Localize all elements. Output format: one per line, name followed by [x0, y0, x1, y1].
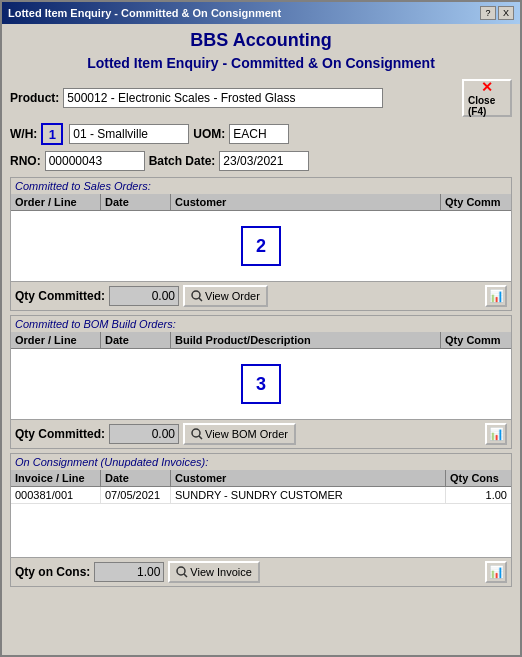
- product-field[interactable]: [63, 88, 383, 108]
- help-button[interactable]: ?: [480, 6, 496, 20]
- uom-label: UOM:: [193, 127, 225, 141]
- cons-col4-header: Qty Cons: [446, 470, 511, 486]
- export-icon: 📊: [489, 289, 504, 303]
- cons-customer: SUNDRY - SUNDRY CUSTOMER: [171, 487, 446, 503]
- cons-col1-header: Invoice / Line: [11, 470, 101, 486]
- close-button[interactable]: ✕ Close (F4): [462, 79, 512, 117]
- cons-col2-header: Date: [101, 470, 171, 486]
- batch-label: Batch Date:: [149, 154, 216, 168]
- product-label: Product:: [10, 91, 59, 105]
- main-window: Lotted Item Enquiry - Committed & On Con…: [0, 0, 522, 657]
- cons-table-body: 000381/001 07/05/2021 SUNDRY - SUNDRY CU…: [11, 487, 511, 557]
- view-bom-label: View BOM Order: [205, 428, 288, 440]
- rno-row: RNO: Batch Date:: [10, 151, 512, 171]
- wh-label: W/H:: [10, 127, 37, 141]
- bom-qty-field: [109, 424, 179, 444]
- view-invoice-label: View Invoice: [190, 566, 252, 578]
- title-bar-buttons: ? X: [480, 6, 514, 20]
- cons-section: On Consignment (Unupdated Invoices): Inv…: [10, 453, 512, 587]
- svg-point-4: [177, 567, 185, 575]
- bom-qty-label: Qty Committed:: [15, 427, 105, 441]
- app-subtitle: Lotted Item Enquiry - Committed & On Con…: [10, 55, 512, 71]
- uom-field[interactable]: [229, 124, 289, 144]
- search-icon: [191, 290, 203, 302]
- cons-rows-container: 000381/001 07/05/2021 SUNDRY - SUNDRY CU…: [11, 487, 511, 504]
- table-row: 000381/001 07/05/2021 SUNDRY - SUNDRY CU…: [11, 487, 511, 504]
- cons-search-icon: [176, 566, 188, 578]
- sales-export-button[interactable]: 📊: [485, 285, 507, 307]
- bom-col2-header: Date: [101, 332, 171, 348]
- sales-footer: Qty Committed: View Order 📊: [11, 281, 511, 310]
- cons-qty: 1.00: [446, 487, 511, 503]
- svg-line-3: [199, 436, 202, 439]
- view-invoice-button[interactable]: View Invoice: [168, 561, 260, 583]
- sales-table-header: Order / Line Date Customer Qty Comm: [11, 194, 511, 211]
- sales-col3-header: Customer: [171, 194, 441, 210]
- sales-table-body: 2: [11, 211, 511, 281]
- sales-qty-field: [109, 286, 179, 306]
- sales-placeholder: 2: [241, 226, 281, 266]
- view-order-button[interactable]: View Order: [183, 285, 268, 307]
- product-row: Product: ✕ Close (F4): [10, 79, 512, 117]
- wh-row: W/H: 1 UOM:: [10, 123, 512, 145]
- sales-col1-header: Order / Line: [11, 194, 101, 210]
- bom-col4-header: Qty Comm: [441, 332, 511, 348]
- view-bom-order-button[interactable]: View BOM Order: [183, 423, 296, 445]
- cons-invoice: 000381/001: [11, 487, 101, 503]
- bom-table-body: 3: [11, 349, 511, 419]
- svg-line-1: [199, 298, 202, 301]
- bom-col3-header: Build Product/Description: [171, 332, 441, 348]
- cons-date: 07/05/2021: [101, 487, 171, 503]
- svg-line-5: [184, 574, 187, 577]
- cons-table-header: Invoice / Line Date Customer Qty Cons: [11, 470, 511, 487]
- wh-field[interactable]: [69, 124, 189, 144]
- cons-title: On Consignment (Unupdated Invoices):: [11, 454, 511, 470]
- sales-section: Committed to Sales Orders: Order / Line …: [10, 177, 512, 311]
- bom-title: Committed to BOM Build Orders:: [11, 316, 511, 332]
- view-order-label: View Order: [205, 290, 260, 302]
- svg-point-2: [192, 429, 200, 437]
- cons-export-icon: 📊: [489, 565, 504, 579]
- bom-table-header: Order / Line Date Build Product/Descript…: [11, 332, 511, 349]
- cons-col3-header: Customer: [171, 470, 446, 486]
- bom-placeholder: 3: [241, 364, 281, 404]
- bom-col1-header: Order / Line: [11, 332, 101, 348]
- title-bar: Lotted Item Enquiry - Committed & On Con…: [2, 2, 520, 24]
- window-close-button[interactable]: X: [498, 6, 514, 20]
- rno-field[interactable]: [45, 151, 145, 171]
- bom-export-icon: 📊: [489, 427, 504, 441]
- sales-col4-header: Qty Comm: [441, 194, 511, 210]
- svg-point-0: [192, 291, 200, 299]
- batch-field[interactable]: [219, 151, 309, 171]
- sales-title: Committed to Sales Orders:: [11, 178, 511, 194]
- wh-badge: 1: [41, 123, 63, 145]
- cons-qty-field: [94, 562, 164, 582]
- sales-qty-label: Qty Committed:: [15, 289, 105, 303]
- title-bar-text: Lotted Item Enquiry - Committed & On Con…: [8, 7, 281, 19]
- bom-search-icon: [191, 428, 203, 440]
- close-label: Close (F4): [468, 95, 506, 117]
- bom-section: Committed to BOM Build Orders: Order / L…: [10, 315, 512, 449]
- rno-label: RNO:: [10, 154, 41, 168]
- cons-footer: Qty on Cons: View Invoice 📊: [11, 557, 511, 586]
- bom-export-button[interactable]: 📊: [485, 423, 507, 445]
- sales-col2-header: Date: [101, 194, 171, 210]
- close-x-icon: ✕: [481, 79, 493, 95]
- cons-export-button[interactable]: 📊: [485, 561, 507, 583]
- bom-footer: Qty Committed: View BOM Order 📊: [11, 419, 511, 448]
- cons-qty-label: Qty on Cons:: [15, 565, 90, 579]
- content-area: BBS Accounting Lotted Item Enquiry - Com…: [2, 24, 520, 655]
- app-title: BBS Accounting: [10, 30, 512, 51]
